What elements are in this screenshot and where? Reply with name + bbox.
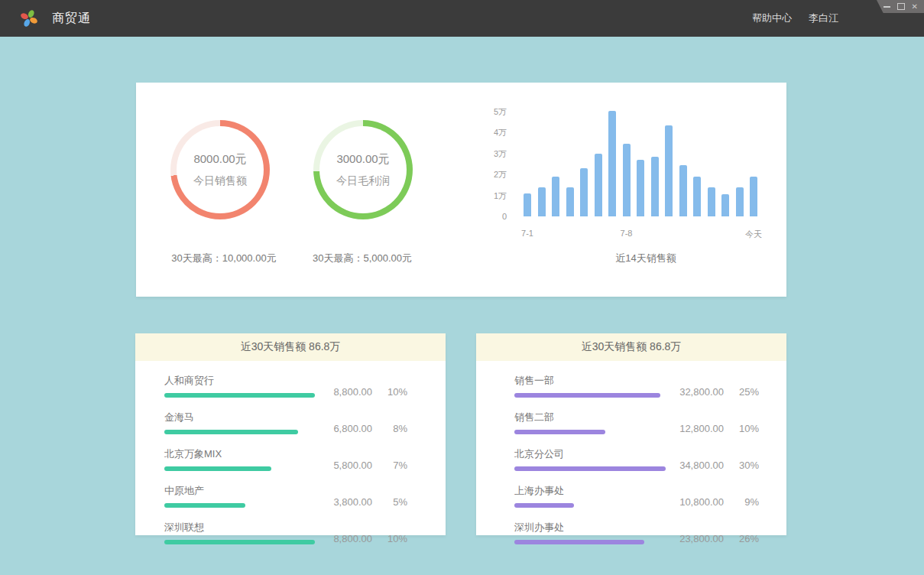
bar-chart-caption: 近14天销售额 bbox=[581, 252, 711, 265]
row-label: 人和商贸行 bbox=[164, 374, 325, 388]
sales-bar bbox=[608, 111, 616, 216]
list-item: 北京万象MIX 5,800.00 7% bbox=[164, 447, 407, 471]
today-profit-label: 今日毛利润 bbox=[336, 174, 390, 188]
row-amount: 8,800.00 bbox=[325, 533, 372, 544]
list-item-values: 32,800.00 25% bbox=[676, 386, 759, 398]
row-amount: 10,800.00 bbox=[676, 496, 724, 508]
overview-card: 8000.00元 今日销售额 3000.00元 今日毛利润 30天最高：10,0… bbox=[136, 83, 786, 297]
row-label: 上海办事处 bbox=[514, 484, 676, 498]
row-percent: 25% bbox=[736, 386, 759, 398]
row-progress-bar bbox=[514, 430, 605, 434]
list-item-values: 34,800.00 30% bbox=[676, 460, 759, 471]
row-progress-bar bbox=[164, 466, 271, 471]
list-item-values: 6,800.00 8% bbox=[325, 423, 407, 434]
row-label: 销售二部 bbox=[514, 411, 676, 424]
row-label: 金海马 bbox=[164, 411, 325, 424]
list-item: 北京分公司 34,800.00 30% bbox=[514, 447, 759, 471]
titlebar-nav: 帮助中心 李白江 bbox=[752, 0, 838, 37]
sales-bar bbox=[552, 177, 559, 216]
list-item: 上海办事处 10,800.00 9% bbox=[514, 484, 759, 508]
list-item-values: 23,800.00 26% bbox=[676, 533, 759, 544]
row-percent: 10% bbox=[384, 386, 407, 398]
list-item-values: 12,800.00 10% bbox=[676, 423, 759, 434]
row-amount: 6,800.00 bbox=[325, 423, 372, 434]
sales-bar bbox=[736, 187, 744, 216]
list-item-left: 北京分公司 bbox=[514, 447, 676, 471]
today-profit-value: 3000.00元 bbox=[336, 152, 389, 167]
sales-bar bbox=[693, 177, 701, 216]
sales-bar bbox=[750, 177, 757, 216]
list-item-values: 5,800.00 7% bbox=[325, 460, 407, 471]
today-profit-donut-center: 3000.00元 今日毛利润 bbox=[319, 126, 407, 213]
list-item-left: 上海办事处 bbox=[514, 484, 676, 508]
y-axis-tick: 3万 bbox=[465, 148, 507, 160]
row-amount: 12,800.00 bbox=[676, 423, 724, 434]
current-user-link[interactable]: 李白江 bbox=[809, 11, 838, 25]
row-amount: 23,800.00 bbox=[676, 533, 724, 544]
row-amount: 3,800.00 bbox=[325, 496, 372, 508]
minimize-icon[interactable] bbox=[883, 6, 890, 8]
today-sales-donut-center: 8000.00元 今日销售额 bbox=[177, 126, 264, 213]
x-axis-tick: 7-1 bbox=[504, 229, 550, 238]
row-amount: 32,800.00 bbox=[676, 386, 724, 398]
sales-30day-max-note: 30天最高：10,000.00元 bbox=[159, 252, 289, 265]
x-axis-tick: 7-8 bbox=[604, 229, 650, 238]
sales-bar bbox=[524, 193, 531, 216]
sales-bar bbox=[708, 187, 715, 216]
y-axis-tick: 4万 bbox=[465, 126, 507, 138]
list-item-left: 深圳联想 bbox=[164, 521, 325, 544]
row-percent: 30% bbox=[736, 460, 759, 471]
row-progress-bar bbox=[514, 393, 660, 398]
list-item: 人和商贸行 8,800.00 10% bbox=[164, 374, 407, 398]
row-percent: 8% bbox=[384, 423, 407, 434]
sales-bar bbox=[595, 154, 602, 216]
y-axis-tick: 0 bbox=[465, 210, 507, 223]
sales-bar bbox=[679, 165, 687, 216]
list-item-left: 北京万象MIX bbox=[164, 447, 325, 471]
y-axis-tick: 5万 bbox=[465, 106, 507, 118]
row-percent: 7% bbox=[384, 460, 407, 471]
sales-bar bbox=[637, 160, 644, 216]
list-item-left: 销售二部 bbox=[514, 411, 676, 434]
titlebar: 商贸通 帮助中心 李白江 ✕ bbox=[0, 0, 924, 37]
y-axis-tick: 2万 bbox=[465, 168, 507, 180]
list-item: 深圳办事处 23,800.00 26% bbox=[514, 521, 759, 544]
row-label: 北京万象MIX bbox=[164, 447, 325, 461]
row-amount: 34,800.00 bbox=[676, 460, 724, 471]
row-label: 中原地产 bbox=[164, 484, 325, 498]
sales-bar bbox=[721, 194, 729, 216]
today-sales-label: 今日销售额 bbox=[193, 174, 247, 188]
row-progress-bar bbox=[164, 540, 315, 544]
row-label: 北京分公司 bbox=[514, 447, 676, 461]
app-logo-pinwheel-icon bbox=[18, 8, 40, 29]
list-item-values: 8,800.00 10% bbox=[325, 386, 407, 398]
row-percent: 26% bbox=[736, 533, 759, 544]
help-center-link[interactable]: 帮助中心 bbox=[752, 11, 792, 25]
customers-sales-card: 近30天销售额 86.8万 人和商贸行 8,800.00 10% 金海马 6,8… bbox=[135, 333, 446, 535]
row-progress-bar bbox=[164, 393, 315, 398]
row-amount: 5,800.00 bbox=[325, 460, 372, 471]
list-item-left: 中原地产 bbox=[164, 484, 325, 508]
customers-list: 人和商贸行 8,800.00 10% 金海马 6,800.00 8% 北京万象M… bbox=[135, 361, 446, 544]
sales-bar bbox=[651, 157, 659, 216]
row-percent: 10% bbox=[736, 423, 759, 434]
list-item: 金海马 6,800.00 8% bbox=[164, 411, 407, 434]
close-icon[interactable]: ✕ bbox=[912, 3, 918, 11]
y-axis-tick: 1万 bbox=[465, 190, 507, 202]
customers-card-title: 近30天销售额 86.8万 bbox=[135, 333, 446, 361]
sales-bar bbox=[623, 144, 631, 216]
list-item-values: 10,800.00 9% bbox=[676, 496, 759, 508]
row-label: 销售一部 bbox=[514, 374, 676, 388]
departments-sales-card: 近30天销售额 86.8万 销售一部 32,800.00 25% 销售二部 12… bbox=[476, 333, 786, 535]
list-item: 销售二部 12,800.00 10% bbox=[514, 411, 759, 434]
sales-bar bbox=[566, 187, 574, 216]
sales-bar bbox=[580, 168, 588, 216]
today-sales-donut: 8000.00元 今日销售额 bbox=[170, 120, 270, 219]
list-item: 深圳联想 8,800.00 10% bbox=[164, 521, 407, 544]
row-progress-bar bbox=[514, 540, 644, 544]
list-item: 销售一部 32,800.00 25% bbox=[514, 374, 759, 398]
row-label: 深圳联想 bbox=[164, 521, 325, 534]
maximize-icon[interactable] bbox=[897, 3, 905, 10]
list-item-values: 8,800.00 10% bbox=[325, 533, 407, 544]
today-profit-donut: 3000.00元 今日毛利润 bbox=[313, 120, 413, 219]
